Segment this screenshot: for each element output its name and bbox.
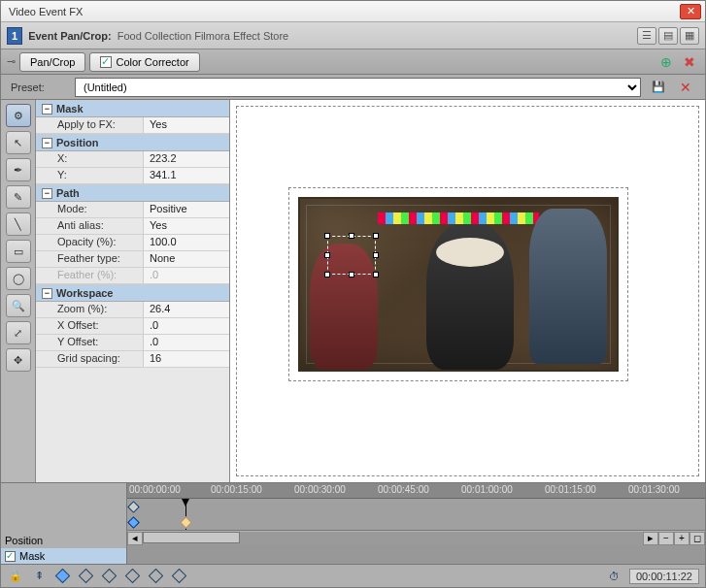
mask-selection[interactable]: [327, 236, 376, 275]
tool-arrow[interactable]: ↖: [6, 131, 31, 154]
ruler-tick: 00:00:00:00: [129, 484, 181, 495]
tool-zoom[interactable]: 🔍: [6, 294, 31, 317]
prop-feather-type[interactable]: Feather type:None: [36, 251, 229, 268]
tab-color-corrector[interactable]: Color Corrector: [89, 52, 199, 72]
figure-right: [529, 209, 607, 364]
ruler-tick: 00:00:15:00: [211, 484, 262, 495]
keyframe[interactable]: [127, 516, 140, 529]
track-mask[interactable]: Mask: [1, 548, 126, 564]
first-keyframe-button[interactable]: [53, 568, 71, 585]
keyframe-active[interactable]: [180, 516, 192, 529]
timeline-ruler[interactable]: 00:00:00:00 00:00:15:00 00:00:30:00 00:0…: [127, 483, 705, 499]
handle-bl[interactable]: [324, 272, 330, 278]
decor-bunting: [378, 212, 539, 224]
timecode-mode-icon[interactable]: ⏱: [606, 568, 623, 585]
scroll-right-button[interactable]: ▸: [643, 532, 658, 545]
fx-enabled-checkbox[interactable]: [100, 56, 112, 68]
timecode-display[interactable]: 00:00:11:22: [629, 569, 699, 584]
tab-color-corrector-label: Color Corrector: [116, 56, 188, 68]
collapse-icon[interactable]: −: [42, 188, 52, 199]
prop-zoom[interactable]: Zoom (%):26.4: [36, 302, 229, 318]
ruler-tick: 00:01:15:00: [545, 484, 596, 495]
chain-badge[interactable]: 1: [7, 27, 22, 45]
keyframe[interactable]: [127, 501, 140, 513]
prop-x[interactable]: X:223.2: [36, 151, 229, 168]
tool-rectangle[interactable]: ▭: [6, 240, 31, 263]
prop-x-offset[interactable]: X Offset:.0: [36, 318, 229, 335]
fx-tab-bar: ⊸ Pan/Crop Color Corrector ⊕ ✖: [1, 49, 705, 75]
ruler-tick: 00:00:30:00: [294, 484, 346, 495]
prop-opacity[interactable]: Opacity (%):100.0: [36, 235, 229, 251]
prop-y-offset[interactable]: Y Offset:.0: [36, 335, 229, 351]
section-path[interactable]: −Path: [36, 184, 229, 202]
handle-mr[interactable]: [373, 252, 379, 258]
timeline-tracks[interactable]: 00:00:00:00 00:00:15:00 00:00:30:00 00:0…: [127, 483, 705, 564]
keyframe-area[interactable]: [127, 499, 705, 530]
chain-start-icon: ⊸: [7, 55, 16, 68]
prop-mode[interactable]: Mode:Positive: [36, 202, 229, 218]
collapse-icon[interactable]: −: [42, 138, 52, 148]
prev-keyframe-button[interactable]: [77, 568, 94, 585]
handle-bm[interactable]: [349, 272, 354, 278]
timeline-track-headers: Position Mask: [1, 483, 127, 564]
add-keyframe-button[interactable]: [100, 568, 118, 585]
window-title: Video Event FX: [5, 6, 680, 17]
section-position[interactable]: −Position: [36, 134, 229, 151]
add-fx-button[interactable]: ⊕: [656, 52, 676, 72]
handle-tr[interactable]: [373, 233, 379, 239]
tool-options[interactable]: ⚙: [6, 104, 31, 127]
track-position[interactable]: Position: [1, 533, 126, 548]
prop-y[interactable]: Y:341.1: [36, 168, 229, 184]
handle-ml[interactable]: [324, 252, 330, 258]
section-workspace[interactable]: −Workspace: [36, 284, 229, 302]
handle-tm[interactable]: [349, 233, 354, 239]
next-keyframe-button[interactable]: [123, 568, 141, 585]
tool-anchor-edit[interactable]: ✒: [6, 158, 31, 181]
lock-button[interactable]: 🔒: [7, 568, 24, 585]
tab-pan-crop-label: Pan/Crop: [30, 56, 75, 68]
view-mode-1[interactable]: ☰: [637, 27, 656, 45]
tool-move[interactable]: ✥: [6, 348, 31, 372]
view-mode-3[interactable]: ▦: [680, 27, 699, 45]
tool-ellipse[interactable]: ◯: [6, 267, 31, 290]
zoom-fit-button[interactable]: ◻: [689, 532, 705, 545]
collapse-icon[interactable]: −: [42, 288, 52, 299]
scroll-thumb[interactable]: [143, 532, 240, 543]
prop-feather-pct: Feather (%):.0: [36, 268, 229, 284]
ruler-tick: 00:01:00:00: [461, 484, 513, 495]
handle-tl[interactable]: [324, 233, 330, 239]
prop-antialias[interactable]: Anti alias:Yes: [36, 218, 229, 235]
ruler-tick: 00:00:45:00: [378, 484, 429, 495]
timeline: Position Mask 00:00:00:00 00:00:15:00 00…: [1, 482, 705, 587]
save-preset-button[interactable]: 💾: [649, 78, 668, 97]
timeline-scrollbar[interactable]: ◂ ▸ − + ◻: [127, 530, 705, 545]
track-enable-checkbox[interactable]: [5, 551, 16, 562]
tab-pan-crop[interactable]: Pan/Crop: [19, 52, 85, 72]
sync-cursor-button[interactable]: ⇞: [30, 568, 48, 585]
section-mask[interactable]: −Mask: [36, 100, 229, 117]
video-preview: [298, 197, 619, 372]
zoom-out-button[interactable]: −: [658, 532, 674, 545]
last-keyframe-button[interactable]: [147, 568, 164, 585]
collapse-icon[interactable]: −: [42, 104, 52, 114]
titlebar: Video Event FX ✕: [1, 1, 705, 22]
tool-line[interactable]: ╲: [6, 212, 31, 236]
preset-label: Preset:: [11, 82, 67, 93]
preset-select[interactable]: (Untitled): [75, 78, 641, 97]
remove-fx-button[interactable]: ✖: [680, 52, 699, 72]
tool-zoom-fit[interactable]: ⤢: [6, 321, 31, 344]
tool-anchor-delete[interactable]: ✎: [6, 185, 31, 209]
view-mode-2[interactable]: ▤: [658, 27, 678, 45]
prop-apply-to-fx[interactable]: Apply to FX:Yes: [36, 117, 229, 134]
prop-grid-spacing[interactable]: Grid spacing:16: [36, 351, 229, 368]
close-button[interactable]: ✕: [680, 4, 701, 19]
scroll-track[interactable]: [143, 532, 643, 545]
properties-panel: −Mask Apply to FX:Yes −Position X:223.2 …: [36, 100, 230, 482]
figure-hat: [436, 238, 504, 267]
zoom-in-button[interactable]: +: [674, 532, 689, 545]
curve-type-button[interactable]: [170, 568, 187, 585]
delete-preset-button[interactable]: ✕: [676, 78, 695, 97]
scroll-left-button[interactable]: ◂: [127, 532, 143, 545]
handle-br[interactable]: [373, 272, 379, 278]
canvas[interactable]: [230, 100, 705, 482]
